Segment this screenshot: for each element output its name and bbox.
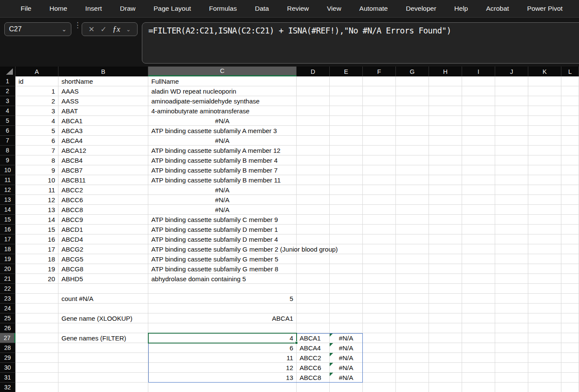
row-header-23[interactable]: 23 <box>0 294 15 304</box>
cell-J21[interactable] <box>495 274 528 284</box>
cell-I24[interactable] <box>462 304 495 313</box>
cell-E31[interactable]: #N/A <box>330 373 363 383</box>
cell-B32[interactable] <box>58 383 148 392</box>
cell-J27[interactable] <box>495 333 528 343</box>
cell-G11[interactable] <box>396 175 429 185</box>
row-header-4[interactable]: 4 <box>0 106 15 116</box>
cell-C26[interactable] <box>148 323 297 333</box>
cell-H31[interactable] <box>429 373 462 383</box>
cell-F10[interactable] <box>363 165 396 175</box>
cell-J4[interactable] <box>495 106 528 116</box>
cell-L5[interactable] <box>561 116 579 126</box>
cell-L23[interactable] <box>561 294 579 304</box>
cell-C28[interactable]: 6 <box>148 343 297 353</box>
cell-J28[interactable] <box>495 343 528 353</box>
cell-H28[interactable] <box>429 343 462 353</box>
cell-B29[interactable] <box>58 353 148 363</box>
cell-J22[interactable] <box>495 284 528 294</box>
cell-L6[interactable] <box>561 126 579 136</box>
cell-E29[interactable]: #N/A <box>330 353 363 363</box>
cell-E12[interactable] <box>330 185 363 195</box>
cell-E22[interactable] <box>330 284 363 294</box>
cell-C8[interactable]: ATP binding cassette subfamily A member … <box>148 146 297 155</box>
cell-H32[interactable] <box>429 383 462 392</box>
cell-I21[interactable] <box>462 274 495 284</box>
cell-K32[interactable] <box>528 383 561 392</box>
cell-C17[interactable]: ATP binding cassette subfamily D member … <box>148 234 297 244</box>
cell-A16[interactable]: 15 <box>15 225 58 234</box>
cell-G13[interactable] <box>396 195 429 205</box>
cell-A32[interactable] <box>15 383 58 392</box>
menu-tab-view[interactable]: View <box>318 0 350 17</box>
cell-D11[interactable] <box>297 175 330 185</box>
cell-A11[interactable]: 10 <box>15 175 58 185</box>
cell-L3[interactable] <box>561 96 579 106</box>
cell-I29[interactable] <box>462 353 495 363</box>
cell-D4[interactable] <box>297 106 330 116</box>
cell-F6[interactable] <box>363 126 396 136</box>
cell-K17[interactable] <box>528 234 561 244</box>
select-all-corner[interactable] <box>0 67 15 76</box>
cell-G10[interactable] <box>396 165 429 175</box>
cell-J18[interactable] <box>495 244 528 254</box>
cell-K3[interactable] <box>528 96 561 106</box>
cell-K15[interactable] <box>528 215 561 225</box>
cell-L11[interactable] <box>561 175 579 185</box>
cell-K24[interactable] <box>528 304 561 313</box>
cell-A30[interactable] <box>15 363 58 373</box>
cell-B16[interactable]: ABCD1 <box>58 225 148 234</box>
cell-K31[interactable] <box>528 373 561 383</box>
cell-D12[interactable] <box>297 185 330 195</box>
cell-H27[interactable] <box>429 333 462 343</box>
cell-K21[interactable] <box>528 274 561 284</box>
cell-G27[interactable] <box>396 333 429 343</box>
cell-J12[interactable] <box>495 185 528 195</box>
row-header-27[interactable]: 27 <box>0 333 15 343</box>
row-header-28[interactable]: 28 <box>0 343 15 353</box>
cell-I22[interactable] <box>462 284 495 294</box>
cell-C2[interactable]: aladin WD repeat nucleoporin <box>148 86 297 96</box>
cell-A17[interactable]: 16 <box>15 234 58 244</box>
cell-B22[interactable] <box>58 284 148 294</box>
cell-H29[interactable] <box>429 353 462 363</box>
row-header-21[interactable]: 21 <box>0 274 15 284</box>
cell-L21[interactable] <box>561 274 579 284</box>
cell-H12[interactable] <box>429 185 462 195</box>
cell-I28[interactable] <box>462 343 495 353</box>
cell-F19[interactable] <box>363 254 396 264</box>
cell-B21[interactable]: ABHD5 <box>58 274 148 284</box>
cell-K25[interactable] <box>528 313 561 323</box>
cell-G31[interactable] <box>396 373 429 383</box>
cell-L32[interactable] <box>561 383 579 392</box>
cell-K10[interactable] <box>528 165 561 175</box>
cell-H5[interactable] <box>429 116 462 126</box>
cell-H2[interactable] <box>429 86 462 96</box>
cell-A27[interactable] <box>15 333 58 343</box>
cell-K6[interactable] <box>528 126 561 136</box>
cell-D24[interactable] <box>297 304 330 313</box>
cell-K8[interactable] <box>528 146 561 155</box>
cell-E30[interactable]: #N/A <box>330 363 363 373</box>
cell-J8[interactable] <box>495 146 528 155</box>
cell-I26[interactable] <box>462 323 495 333</box>
cell-A28[interactable] <box>15 343 58 353</box>
cell-D31[interactable]: ABCC8 <box>297 373 330 383</box>
cell-F15[interactable] <box>363 215 396 225</box>
cell-H6[interactable] <box>429 126 462 136</box>
cell-G20[interactable] <box>396 264 429 274</box>
row-header-20[interactable]: 20 <box>0 264 15 274</box>
cell-B6[interactable]: ABCA3 <box>58 126 148 136</box>
cell-G18[interactable] <box>396 244 429 254</box>
menu-tab-file[interactable]: File <box>12 0 40 17</box>
cell-L16[interactable] <box>561 225 579 234</box>
cell-J2[interactable] <box>495 86 528 96</box>
cell-J25[interactable] <box>495 313 528 323</box>
cell-K2[interactable] <box>528 86 561 96</box>
cell-G1[interactable] <box>396 76 429 86</box>
cell-A14[interactable]: 13 <box>15 205 58 215</box>
cell-C9[interactable]: ATP binding cassette subfamily B member … <box>148 155 297 165</box>
cell-J20[interactable] <box>495 264 528 274</box>
cell-H3[interactable] <box>429 96 462 106</box>
row-header-31[interactable]: 31 <box>0 373 15 383</box>
cell-K30[interactable] <box>528 363 561 373</box>
